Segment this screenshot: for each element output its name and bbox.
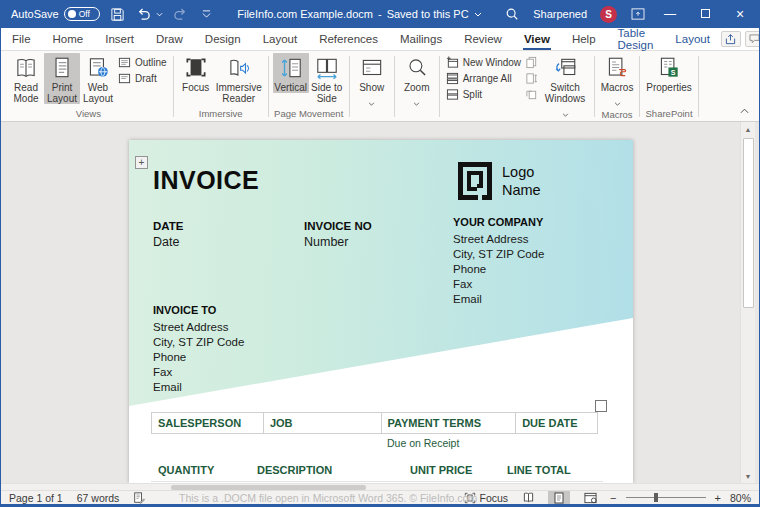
focus-button[interactable]: Focus — [178, 53, 214, 93]
close-button[interactable]: × — [729, 6, 751, 22]
table-move-handle[interactable]: + — [135, 156, 148, 169]
tab-view[interactable]: View — [513, 28, 561, 50]
search-icon[interactable] — [504, 6, 520, 22]
zoom-slider-thumb[interactable] — [654, 493, 658, 502]
unit-price-header[interactable]: UNIT PRICE — [410, 464, 472, 476]
word-count[interactable]: 67 words — [77, 492, 120, 504]
undo-icon[interactable] — [136, 6, 152, 22]
saved-status-chevron-icon[interactable] — [474, 12, 482, 17]
tab-table-layout[interactable]: Layout — [664, 28, 721, 50]
view-side-by-side-icon[interactable] — [525, 56, 538, 69]
title-separator: - — [378, 8, 382, 20]
vertical-scrollbar[interactable]: ▲ ▼ — [740, 122, 755, 483]
ribbon-display-options-icon[interactable] — [630, 6, 646, 22]
minimize-button[interactable]: — — [659, 7, 681, 21]
side-to-side-button[interactable]: Side to Side — [309, 53, 345, 104]
macros-button[interactable]: Macros — [599, 53, 635, 109]
zoom-button[interactable]: Zoom — [399, 53, 435, 109]
ribbon-group-sharepoint: S Properties SharePoint — [641, 53, 697, 121]
user-name[interactable]: Sharpened — [533, 8, 587, 20]
show-button[interactable]: Show — [354, 53, 390, 109]
immersive-reader-button[interactable]: Immersive Reader — [214, 53, 264, 104]
proofing-icon[interactable] — [133, 492, 145, 504]
new-window-button[interactable]: New Window — [446, 56, 521, 69]
redo-icon — [173, 6, 189, 22]
due-date-header[interactable]: DUE DATE — [516, 413, 598, 434]
autosave-toggle[interactable]: AutoSave Off — [11, 7, 100, 21]
invoice-no-value: Number — [304, 235, 348, 249]
autosave-switch[interactable]: Off — [64, 7, 100, 21]
zoom-out-button[interactable]: − — [610, 492, 616, 504]
salesperson-header[interactable]: SALESPERSON — [152, 413, 264, 434]
vertical-scrollbar-thumb[interactable] — [743, 138, 754, 308]
tab-draw[interactable]: Draw — [145, 28, 194, 50]
sharepoint-group-label: SharePoint — [644, 108, 694, 121]
tab-help[interactable]: Help — [561, 28, 607, 50]
outline-button[interactable]: Outline — [118, 56, 167, 69]
web-layout-view-button[interactable] — [579, 491, 601, 504]
tab-references[interactable]: References — [308, 28, 389, 50]
description-header[interactable]: DESCRIPTION — [257, 464, 332, 476]
read-mode-label: Read Mode — [9, 82, 43, 104]
zoom-in-button[interactable]: + — [715, 492, 721, 504]
content-control-checkbox[interactable] — [595, 400, 607, 412]
tab-layout[interactable]: Layout — [252, 28, 309, 50]
document-page[interactable]: + INVOICE DATE Date INVOICE NO Number Lo… — [129, 140, 633, 483]
tab-review[interactable]: Review — [453, 28, 513, 50]
tab-file[interactable]: File — [1, 28, 42, 50]
vertical-button[interactable]: Vertical — [273, 53, 309, 93]
side-to-side-icon — [314, 55, 340, 81]
page-info[interactable]: Page 1 of 1 — [9, 492, 63, 504]
comments-button[interactable] — [745, 31, 760, 47]
tab-design[interactable]: Design — [194, 28, 252, 50]
line-total-header[interactable]: LINE TOTAL — [507, 464, 571, 476]
draft-button[interactable]: Draft — [118, 72, 167, 85]
save-icon[interactable] — [110, 6, 126, 22]
zoom-percent[interactable]: 80% — [730, 492, 751, 504]
print-layout-view-button[interactable] — [548, 491, 570, 504]
read-mode-button[interactable]: Read Mode — [8, 53, 44, 104]
document-workspace: + INVOICE DATE Date INVOICE NO Number Lo… — [1, 122, 759, 483]
company-address-line: Phone — [453, 262, 544, 277]
new-window-label: New Window — [463, 57, 521, 68]
quantity-header[interactable]: QUANTITY — [158, 464, 214, 476]
tab-insert[interactable]: Insert — [94, 28, 145, 50]
invoice-to-heading: INVOICE TO — [153, 304, 216, 316]
read-mode-view-button[interactable] — [517, 491, 539, 504]
invoice-title: INVOICE — [153, 166, 259, 195]
undo-dropdown-icon[interactable] — [156, 11, 163, 18]
macros-icon — [604, 55, 630, 81]
ribbon-group-window: New Window Arrange All Split — [441, 53, 593, 121]
split-button[interactable]: Split — [446, 88, 521, 101]
scroll-down-icon[interactable]: ▼ — [745, 469, 752, 483]
invoice-details-table: SALESPERSON JOB PAYMENT TERMS DUE DATE — [151, 412, 598, 434]
tab-home[interactable]: Home — [42, 28, 95, 50]
web-layout-button[interactable]: Web Layout — [80, 53, 116, 104]
horizontal-scrollbar[interactable] — [1, 483, 759, 490]
web-layout-icon — [85, 55, 111, 81]
company-address-line: Street Address — [453, 232, 544, 247]
properties-button[interactable]: S Properties — [644, 53, 694, 93]
invoice-to-line: Email — [153, 380, 244, 395]
zoom-slider[interactable] — [626, 497, 706, 498]
draft-icon — [118, 72, 131, 85]
tab-mailings[interactable]: Mailings — [389, 28, 453, 50]
window-title: FileInfo.com Example.docm - Saved to thi… — [215, 8, 504, 20]
scroll-up-icon[interactable]: ▲ — [745, 122, 752, 136]
payment-terms-header[interactable]: PAYMENT TERMS — [381, 413, 516, 434]
collapse-ribbon-icon[interactable] — [740, 100, 749, 118]
payment-terms-value[interactable]: Due on Receipt — [387, 437, 459, 449]
saved-status[interactable]: Saved to this PC — [387, 8, 469, 20]
print-layout-button[interactable]: Print Layout — [44, 53, 80, 104]
share-button[interactable] — [721, 31, 741, 47]
job-header[interactable]: JOB — [263, 413, 381, 434]
customize-toolbar-icon[interactable] — [199, 6, 215, 22]
maximize-button[interactable] — [694, 7, 716, 21]
table-row: SALESPERSON JOB PAYMENT TERMS DUE DATE — [152, 413, 598, 434]
switch-windows-button[interactable]: Switch Windows — [540, 53, 590, 120]
tab-table-design[interactable]: Table Design — [607, 28, 665, 50]
avatar[interactable]: S — [600, 6, 617, 23]
ribbon-group-views: Read Mode Print Layout Web Layout — [5, 53, 172, 121]
zoom-label: Zoom — [404, 82, 430, 93]
arrange-all-button[interactable]: Arrange All — [446, 72, 521, 85]
